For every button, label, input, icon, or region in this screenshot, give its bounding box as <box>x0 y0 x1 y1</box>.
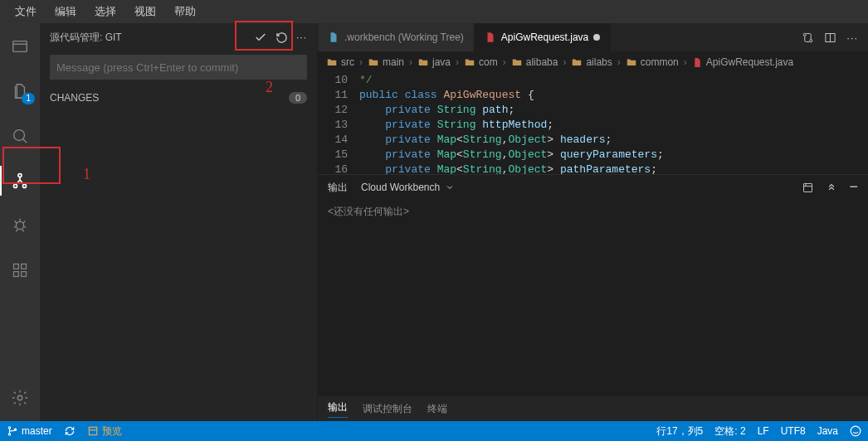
menu-item[interactable]: 文件 <box>7 1 45 22</box>
breadcrumb-label: ApiGwRequest.java <box>706 56 793 68</box>
breadcrumb-label: java <box>432 56 451 68</box>
breadcrumb-item[interactable]: com <box>464 56 498 68</box>
changes-section[interactable]: CHANGES 0 <box>40 86 317 109</box>
panel-tab[interactable]: 输出 <box>328 400 348 418</box>
code-line[interactable]: private String path; <box>359 103 868 118</box>
svg-rect-16 <box>22 264 27 269</box>
line-gutter: 1011121314151617 <box>318 73 359 174</box>
status-spaces[interactable]: 空格: 2 <box>714 424 745 439</box>
status-cursor[interactable]: 行17，列5 <box>656 424 703 439</box>
activity-debug-icon[interactable] <box>0 211 40 240</box>
svg-point-21 <box>810 39 812 41</box>
status-encoding[interactable]: UTF8 <box>781 425 806 437</box>
status-preview[interactable]: 预览 <box>87 424 122 439</box>
status-branch[interactable]: master <box>7 425 52 437</box>
svg-rect-15 <box>14 264 19 269</box>
svg-line-13 <box>16 230 17 232</box>
breadcrumb-item[interactable]: ApiGwRequest.java <box>692 56 793 68</box>
panel-source-dropdown[interactable]: Cloud Workbench <box>361 182 455 193</box>
panel-body: <还没有任何输出> <box>318 200 868 396</box>
panel-tab[interactable]: 调试控制台 <box>363 402 412 416</box>
menu-item[interactable]: 帮助 <box>166 1 204 22</box>
breadcrumb-label: src <box>341 56 354 68</box>
activity-search-icon[interactable] <box>0 121 40 151</box>
line-number: 14 <box>318 133 348 148</box>
breadcrumb-separator-icon: › <box>684 56 687 68</box>
status-bar: master 预览 行17，列5 空格: 2 LF UTF8 Java <box>0 421 868 441</box>
branch-label: master <box>22 425 52 437</box>
commit-icon[interactable] <box>254 31 267 44</box>
activity-settings-icon[interactable] <box>0 383 40 413</box>
breadcrumb-separator-icon: › <box>563 56 566 68</box>
breadcrumb-label: common <box>641 56 679 68</box>
breadcrumb-item[interactable]: ailabs <box>571 56 612 68</box>
tab-more-icon[interactable]: ··· <box>846 32 858 44</box>
code-line[interactable]: private Map<String,Object> headers; <box>359 133 868 148</box>
panel-header: 输出 Cloud Workbench − <box>318 175 868 200</box>
breadcrumb-item[interactable]: alibaba <box>511 56 558 68</box>
svg-rect-17 <box>14 272 19 277</box>
svg-point-32 <box>851 426 861 436</box>
scm-sidebar: 源代码管理: GIT ··· CHANGES 0 <box>40 23 318 421</box>
commit-message-input[interactable] <box>50 55 307 80</box>
editor-area: .workbench (Working Tree)ApiGwRequest.ja… <box>318 23 868 421</box>
tab-label: ApiGwRequest.java <box>501 32 588 43</box>
code-line[interactable]: */ <box>359 73 868 88</box>
code-line[interactable]: private Map<String,Object> queryParamete… <box>359 148 868 162</box>
svg-line-10 <box>23 221 26 224</box>
split-icon[interactable] <box>824 32 836 44</box>
breadcrumb: src›main›java›com›alibaba›ailabs›common›… <box>318 51 868 73</box>
clear-output-icon[interactable] <box>802 182 814 194</box>
refresh-icon[interactable] <box>276 32 288 44</box>
breadcrumb-item[interactable]: common <box>626 56 679 68</box>
breadcrumb-item[interactable]: src <box>326 56 354 68</box>
tab-label: .workbench (Working Tree) <box>344 32 464 43</box>
maximize-panel-icon[interactable] <box>826 182 837 194</box>
breadcrumb-item[interactable]: java <box>417 56 451 68</box>
breadcrumb-separator-icon: › <box>456 56 459 68</box>
code-line[interactable]: private Map<String,Object> pathParameter… <box>359 162 868 174</box>
activity-wb-icon[interactable] <box>0 32 40 61</box>
activity-extensions-icon[interactable] <box>0 255 40 285</box>
editor-tab[interactable]: ApiGwRequest.java <box>475 23 611 51</box>
editor-tab[interactable]: .workbench (Working Tree) <box>318 23 475 51</box>
line-number: 12 <box>318 103 348 118</box>
dirty-indicator-icon <box>593 34 600 41</box>
breadcrumb-separator-icon: › <box>359 56 363 68</box>
line-number: 10 <box>318 73 348 88</box>
line-number: 15 <box>318 148 348 162</box>
compare-icon[interactable] <box>802 32 814 44</box>
file-file-icon <box>328 32 339 43</box>
svg-rect-18 <box>22 272 27 277</box>
menu-item[interactable]: 编辑 <box>46 1 85 22</box>
bottom-panel: 输出 Cloud Workbench − <还没有任何输出> 输出调试控制台终端 <box>318 174 868 421</box>
svg-point-28 <box>8 434 10 435</box>
breadcrumb-item[interactable]: main <box>368 56 404 68</box>
panel-tab[interactable]: 终端 <box>427 402 447 416</box>
status-lang[interactable]: Java <box>817 425 838 437</box>
activity-explorer-icon[interactable]: 1 <box>0 76 40 106</box>
menu-item[interactable]: 选择 <box>86 1 124 22</box>
svg-line-9 <box>15 221 17 224</box>
changes-count: 0 <box>289 92 307 104</box>
panel-output-label: 输出 <box>328 181 348 195</box>
line-number: 13 <box>318 118 348 133</box>
svg-rect-24 <box>804 183 812 191</box>
svg-rect-0 <box>13 41 27 52</box>
code-editor[interactable]: 1011121314151617 */public class ApiGwReq… <box>318 73 868 174</box>
breadcrumb-separator-icon: › <box>617 56 621 68</box>
status-feedback-icon[interactable] <box>850 425 861 437</box>
line-number: 11 <box>318 88 348 103</box>
close-panel-icon[interactable]: − <box>849 182 858 194</box>
activity-scm-icon[interactable] <box>0 166 40 196</box>
svg-point-4 <box>18 174 22 177</box>
menu-item[interactable]: 视图 <box>126 1 164 22</box>
code-line[interactable]: public class ApiGwRequest { <box>359 88 868 103</box>
status-eol[interactable]: LF <box>758 425 769 437</box>
code-content[interactable]: */public class ApiGwRequest { private St… <box>359 73 868 174</box>
svg-point-5 <box>13 184 17 187</box>
more-icon[interactable]: ··· <box>296 32 307 43</box>
code-line[interactable]: private String httpMethod; <box>359 118 868 133</box>
status-sync-icon[interactable] <box>64 425 76 437</box>
breadcrumb-separator-icon: › <box>503 56 506 68</box>
